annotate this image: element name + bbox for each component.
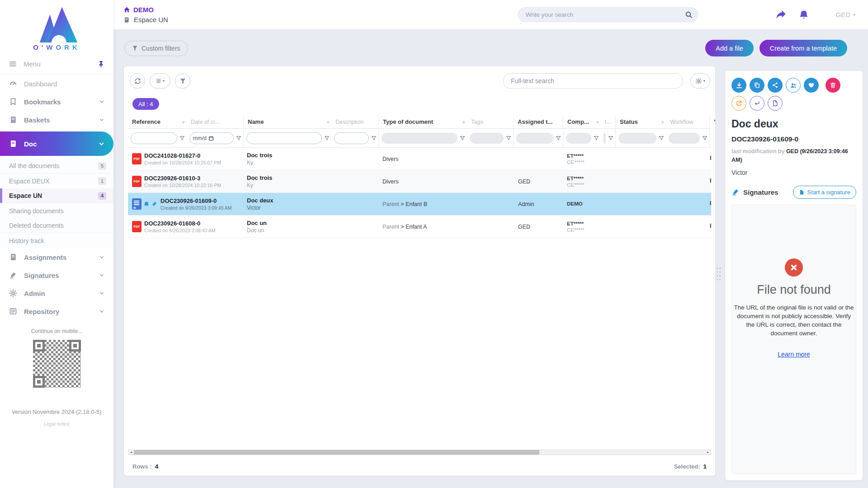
create-from-template-button[interactable]: Create from a template [760, 40, 847, 56]
breadcrumb-root[interactable]: DEMO [123, 6, 168, 14]
user-menu[interactable]: GED ▾ [835, 11, 855, 19]
funnel-icon[interactable] [236, 136, 241, 141]
sidebar-item-doc[interactable]: Doc [0, 131, 113, 156]
column-header-assigned[interactable]: Assigned t... [514, 115, 563, 128]
column-header-name[interactable]: Name▸ [244, 115, 331, 128]
funnel-icon[interactable] [324, 136, 330, 141]
panel-resize-handle[interactable] [717, 267, 721, 281]
column-header-date[interactable]: Date of cr... [187, 115, 244, 128]
refresh-button[interactable] [130, 73, 145, 89]
table-row[interactable]: PDF DOC241028-01627-0 Created on 10/28/2… [128, 148, 711, 170]
table-row[interactable]: PDF DOC230926-01610-3 Created on 10/28/2… [128, 170, 711, 193]
calendar-icon[interactable] [208, 136, 214, 141]
sort-arrow-icon[interactable]: ▸ [597, 119, 599, 124]
name-filter-input[interactable] [246, 132, 322, 144]
column-header-i[interactable]: I... [601, 115, 616, 128]
tab-all-documents[interactable]: All : 4 [132, 98, 159, 110]
breadcrumb-space[interactable]: Espace UN [123, 16, 168, 23]
global-search-input[interactable] [525, 11, 685, 18]
date-filter-input[interactable]: mm/d [189, 132, 234, 144]
filter-button[interactable] [175, 73, 190, 89]
description-filter-input[interactable] [334, 132, 369, 144]
sidebar-item-all-documents[interactable]: All the documents 5 [0, 159, 113, 174]
funnel-icon[interactable] [460, 136, 465, 141]
company-cell: ET***** CE***** [563, 153, 601, 165]
funnel-icon[interactable] [371, 136, 377, 141]
company-filter-select[interactable] [566, 133, 591, 144]
sort-arrow-icon[interactable]: ▸ [327, 119, 330, 124]
sidebar-item-admin[interactable]: Admin [0, 284, 113, 302]
column-header-tags[interactable]: Tags [467, 115, 514, 128]
status-filter-select[interactable] [618, 133, 656, 144]
column-header-description[interactable]: Description [331, 115, 379, 128]
assigned-filter-select[interactable] [516, 133, 553, 144]
funnel-icon[interactable] [659, 136, 664, 141]
open-external-button[interactable] [731, 96, 746, 111]
funnel-icon[interactable] [702, 136, 708, 141]
sidebar-item-baskets[interactable]: Baskets [0, 111, 113, 129]
funnel-icon[interactable] [179, 136, 185, 141]
sidebar-item-repository[interactable]: Repository [0, 302, 113, 320]
sidebar-item-espace-deux[interactable]: Espace DEUX 1 [0, 174, 113, 188]
document-properties-button[interactable] [768, 96, 783, 111]
column-header-status[interactable]: Status▸ [616, 115, 666, 128]
column-header-y[interactable]: Y... [710, 115, 715, 128]
sidebar-item-dashboard[interactable]: Dashboard [0, 75, 113, 93]
funnel-icon[interactable] [506, 136, 511, 141]
custom-filters-button[interactable]: Custom filters [124, 41, 188, 56]
sidebar-item-history-track[interactable]: History track [0, 233, 113, 248]
scroll-right-icon[interactable]: ▸ [705, 450, 711, 455]
type-filter-select[interactable] [382, 133, 458, 144]
delete-button[interactable] [826, 78, 840, 93]
sidebar-item-espace-un[interactable]: Espace UN 4 [0, 188, 113, 203]
sidebar-item-signatures[interactable]: Signatures [0, 266, 113, 284]
pin-sidebar-icon[interactable] [98, 61, 104, 67]
learn-more-link[interactable]: Learn more [778, 351, 810, 358]
download-button[interactable] [731, 78, 746, 93]
notifications-bell-icon[interactable] [798, 9, 809, 20]
table-settings-button[interactable]: ▾ [690, 73, 710, 89]
table-row[interactable]: PDF DOC230926-01608-0 Created on 9/26/20… [128, 216, 711, 238]
favorite-button[interactable] [804, 78, 819, 93]
i-filter-select[interactable] [604, 133, 606, 144]
sidebar-item-deleted-documents[interactable]: Deleted documents [0, 218, 113, 233]
funnel-icon[interactable] [594, 136, 599, 141]
fulltext-search[interactable] [503, 73, 683, 89]
sidebar-item-assignments[interactable]: Assignments [0, 248, 113, 266]
add-file-button[interactable]: Add a file [705, 40, 753, 56]
return-button[interactable] [750, 96, 764, 111]
menu-header[interactable]: Menu [0, 54, 113, 75]
horizontal-scrollbar[interactable]: ◂ ▸ [128, 450, 711, 455]
global-search[interactable] [518, 7, 698, 22]
workflow-filter-select[interactable] [669, 133, 700, 144]
table-row-selected[interactable]: w DOC230926-01609-0 Created on 9/26/2023… [128, 193, 711, 216]
share-button[interactable] [768, 78, 783, 93]
fulltext-search-input[interactable] [511, 77, 675, 84]
legal-notice-link[interactable]: Legal notice [0, 421, 113, 427]
scrollbar-thumb[interactable] [134, 450, 539, 455]
column-header-reference[interactable]: Reference▸ [128, 115, 187, 128]
funnel-icon[interactable] [556, 136, 561, 141]
permissions-users-button[interactable] [786, 78, 801, 93]
sort-arrow-icon[interactable]: ▸ [183, 119, 185, 124]
column-header-workflow[interactable]: Workflow [666, 115, 710, 128]
sort-arrow-icon[interactable]: ▸ [463, 119, 465, 124]
type-cell: Parent > Enfant B [379, 201, 467, 207]
sidebar-item-bookmarks[interactable]: Bookmarks [0, 93, 113, 111]
reference-filter-input[interactable] [131, 132, 177, 144]
sort-arrow-icon[interactable]: ▸ [662, 119, 664, 124]
column-header-company[interactable]: Comp...▸ [563, 115, 601, 128]
signature-file-icon [799, 189, 805, 195]
funnel-icon[interactable] [608, 136, 613, 141]
share-forward-icon[interactable] [775, 9, 787, 20]
scrollbar-track[interactable] [134, 450, 705, 455]
scroll-left-icon[interactable]: ◂ [128, 450, 134, 455]
search-icon[interactable] [685, 11, 693, 19]
hamburger-icon[interactable] [9, 60, 17, 68]
tags-filter-select[interactable] [470, 133, 504, 144]
sidebar-item-sharing-documents[interactable]: Sharing documents [0, 203, 113, 218]
columns-button[interactable]: ▾ [150, 73, 170, 89]
start-signature-button[interactable]: Start a signature [793, 186, 856, 199]
column-header-type[interactable]: Type of document▸ [379, 115, 467, 128]
duplicate-button[interactable] [750, 78, 764, 93]
